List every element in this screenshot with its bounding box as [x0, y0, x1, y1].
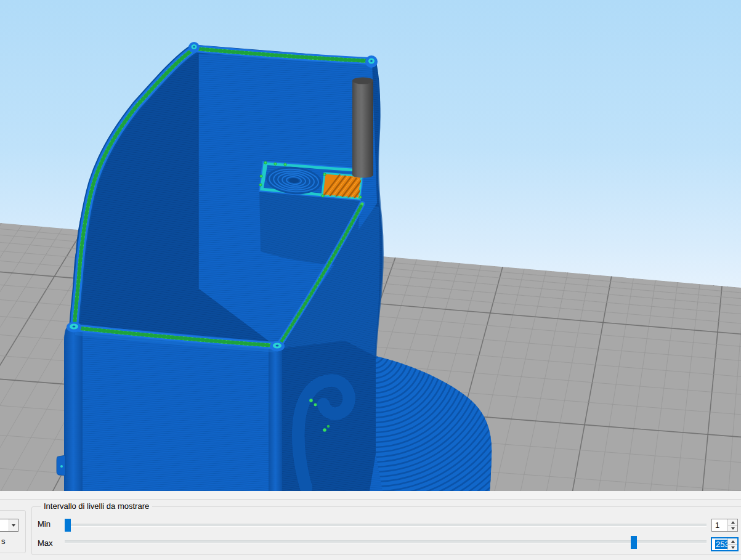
left-options-group: [0, 510, 26, 553]
max-layer-label: Max: [38, 538, 53, 548]
max-layer-value-selected: 253: [715, 540, 727, 549]
max-spin-down-button[interactable]: [728, 544, 737, 550]
model-box-front: [57, 325, 282, 491]
application-window: s Intervallo di livelli da mostrare Min …: [0, 0, 741, 560]
min-layer-slider-handle[interactable]: [65, 519, 71, 532]
min-layer-label: Min: [38, 519, 51, 529]
min-spin-down-button[interactable]: [728, 525, 737, 531]
view-mode-combobox[interactable]: [0, 519, 18, 532]
triangle-up-icon: [731, 540, 735, 543]
max-layer-value[interactable]: 253: [712, 538, 727, 550]
chevron-down-icon[interactable]: [9, 519, 18, 531]
max-spin-up-button[interactable]: [728, 538, 737, 544]
support-pin-cylinder: [352, 78, 373, 178]
min-layer-value[interactable]: 1: [712, 519, 727, 531]
min-spin-up-button[interactable]: [728, 519, 737, 525]
triangle-down-icon: [731, 546, 735, 549]
model-inner-box-front: [259, 188, 360, 265]
layer-preview-panel: s Intervallo di livelli da mostrare Min …: [0, 491, 741, 560]
max-layer-spinbox[interactable]: 253: [711, 537, 739, 551]
viewport-3d[interactable]: [0, 0, 741, 491]
triangle-down-icon: [731, 527, 735, 530]
min-layer-spinbox[interactable]: 1: [711, 519, 738, 532]
truncated-option-label: s: [1, 537, 6, 546]
max-layer-slider-track[interactable]: [65, 540, 707, 543]
triangle-up-icon: [731, 521, 735, 524]
min-layer-slider-track[interactable]: [65, 524, 707, 526]
scene-3d: [0, 0, 741, 491]
layer-range-group-title: Intervallo di livelli da mostrare: [41, 501, 152, 511]
panel-top-separator: [0, 491, 741, 500]
max-layer-slider-handle[interactable]: [631, 536, 637, 549]
